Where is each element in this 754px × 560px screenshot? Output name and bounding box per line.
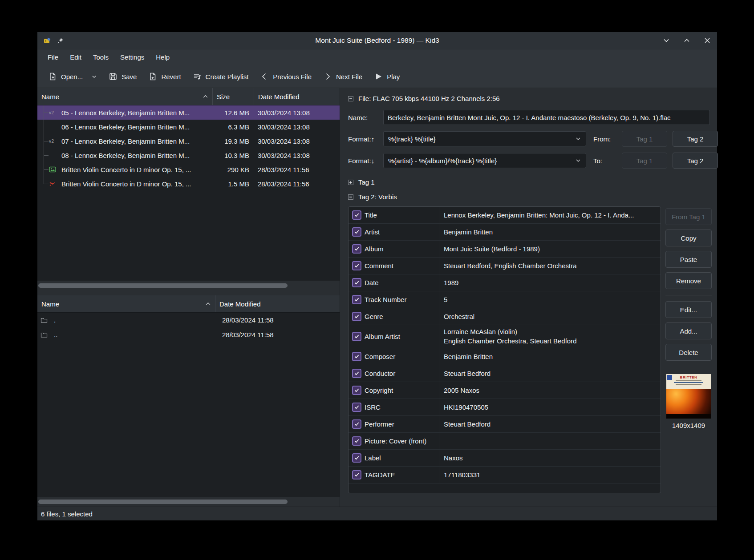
field-checkbox[interactable] xyxy=(352,227,361,237)
open-button[interactable]: Open... xyxy=(44,68,101,85)
field-value[interactable]: Steuart Bedford xyxy=(439,365,661,382)
minimize-icon[interactable] xyxy=(663,37,670,44)
field-row-performer: Performer Steuart Bedford xyxy=(349,416,661,433)
delete-button[interactable]: Delete xyxy=(665,344,712,361)
collapse-icon[interactable] xyxy=(348,96,353,101)
field-checkbox[interactable] xyxy=(352,403,361,412)
revert-button[interactable]: Revert xyxy=(144,68,185,85)
open-dropdown-chevron-icon[interactable] xyxy=(91,74,97,80)
directory-row[interactable]: . 28/03/2024 11:58 xyxy=(37,313,340,327)
collapse-icon[interactable] xyxy=(348,194,353,200)
field-value[interactable]: 1711803331 xyxy=(439,467,661,483)
create-playlist-button[interactable]: Create Playlist xyxy=(188,68,253,85)
field-checkbox[interactable] xyxy=(352,352,361,361)
to-tag2-button[interactable]: Tag 2 xyxy=(673,153,718,169)
field-value[interactable]: 1989 xyxy=(439,274,661,291)
field-value[interactable]: Mont Juic Suite (Bedford - 1989) xyxy=(439,241,661,257)
column-header-date-modified[interactable]: Date Modified xyxy=(254,88,340,105)
field-checkbox[interactable] xyxy=(352,210,361,220)
file-row[interactable]: v2 07 - Lennox Berkeley, Benjamin Britte… xyxy=(37,134,340,148)
save-button[interactable]: Save xyxy=(104,68,141,85)
field-checkbox[interactable] xyxy=(352,312,361,321)
field-row-label: Label Naxos xyxy=(349,450,661,467)
edit-button[interactable]: Edit... xyxy=(665,301,712,318)
file-row[interactable]: v2 05 - Lennox Berkeley, Benjamin Britte… xyxy=(37,105,340,120)
pdf-file-icon xyxy=(49,180,61,187)
copy-button[interactable]: Copy xyxy=(665,230,712,246)
field-value[interactable]: 2005 Naxos xyxy=(439,382,661,399)
paste-button[interactable]: Paste xyxy=(665,251,712,268)
revert-icon xyxy=(148,72,157,81)
expand-icon[interactable] xyxy=(348,180,353,185)
column-header-date-modified[interactable]: Date Modified xyxy=(215,295,340,312)
field-value[interactable]: Lennox Berkeley, Benjamin Britten: Mont … xyxy=(439,207,661,223)
field-value[interactable]: Lorraine McAslan (violin) English Chambe… xyxy=(439,325,661,348)
field-checkbox[interactable] xyxy=(352,386,361,395)
field-checkbox[interactable] xyxy=(352,436,361,446)
menu-tools[interactable]: Tools xyxy=(87,49,114,65)
field-checkbox[interactable] xyxy=(352,278,361,287)
add-button[interactable]: Add... xyxy=(665,322,712,339)
field-value[interactable]: Steuart Bedford, English Chamber Orchest… xyxy=(439,258,661,274)
pin-icon[interactable] xyxy=(57,37,64,44)
horizontal-scrollbar[interactable] xyxy=(38,500,288,504)
tag1-section-title: Tag 1 xyxy=(358,178,375,186)
field-checkbox[interactable] xyxy=(352,295,361,304)
file-row[interactable]: Britten Violin Concerto in D minor Op. 1… xyxy=(37,162,340,177)
tree-branch xyxy=(37,134,49,148)
close-icon[interactable] xyxy=(704,37,711,44)
column-header-name[interactable]: Name xyxy=(37,295,215,312)
menu-file[interactable]: File xyxy=(42,49,64,65)
file-row[interactable]: 08 - Lennox Berkeley, Benjamin Britten M… xyxy=(37,148,340,162)
menu-edit[interactable]: Edit xyxy=(64,49,87,65)
tree-branch xyxy=(37,177,49,191)
file-row[interactable]: Britten Violin Concerto in D minor Op. 1… xyxy=(37,177,340,191)
previous-icon xyxy=(260,72,269,81)
field-checkbox[interactable] xyxy=(352,470,361,479)
field-value[interactable]: Naxos xyxy=(439,450,661,466)
field-checkbox[interactable] xyxy=(352,244,361,254)
previous-file-button[interactable]: Previous File xyxy=(255,68,316,85)
file-row[interactable]: 06 - Lennox Berkeley, Benjamin Britten M… xyxy=(37,120,340,134)
field-checkbox[interactable] xyxy=(352,369,361,378)
app-icon xyxy=(44,36,52,44)
next-file-button[interactable]: Next File xyxy=(319,68,367,85)
tag2-section-title: Tag 2: Vorbis xyxy=(358,193,397,201)
column-header-size[interactable]: Size xyxy=(212,88,254,105)
horizontal-scrollbar[interactable] xyxy=(38,283,288,288)
panel-splitter[interactable] xyxy=(37,290,340,295)
from-tag1-button: From Tag 1 xyxy=(665,208,712,225)
remove-button[interactable]: Remove xyxy=(665,272,712,289)
directory-row[interactable]: .. 28/03/2024 11:58 xyxy=(37,327,340,342)
from-tag1-filename-button: Tag 1 xyxy=(622,131,667,147)
field-row-track-number: Track Number 5 xyxy=(349,291,661,308)
filename-input[interactable]: Berkeley, Benjamin Britten Mont Juic, Op… xyxy=(383,110,710,125)
field-value[interactable]: Steuart Bedford xyxy=(439,416,661,432)
format-to-filename-combobox[interactable]: %{artist} - %{album}/%{track} %{title} xyxy=(383,153,586,168)
previous-file-label: Previous File xyxy=(273,73,312,81)
format-to-filename-label: Format:↓ xyxy=(348,157,383,165)
field-value[interactable]: HKI190470505 xyxy=(439,399,661,415)
field-checkbox[interactable] xyxy=(352,453,361,463)
field-checkbox[interactable] xyxy=(352,419,361,429)
field-value[interactable] xyxy=(439,433,661,449)
field-value[interactable]: Orchestral xyxy=(439,308,661,325)
field-checkbox[interactable] xyxy=(352,261,361,270)
format-from-filename-label: Format:↑ xyxy=(348,135,383,143)
field-value[interactable]: Benjamin Britten xyxy=(439,348,661,365)
button-divider xyxy=(665,295,712,295)
status-bar: 6 files, 1 selected xyxy=(37,507,717,520)
file-list-header: Name Size Date Modified xyxy=(37,88,340,105)
format-from-filename-combobox[interactable]: %{track} %{title} xyxy=(383,131,586,146)
field-row-date: Date 1989 xyxy=(349,274,661,291)
create-playlist-label: Create Playlist xyxy=(206,73,249,81)
menu-settings[interactable]: Settings xyxy=(114,49,150,65)
column-header-name[interactable]: Name xyxy=(37,88,212,105)
field-value[interactable]: Benjamin Britten xyxy=(439,224,661,240)
field-value[interactable]: 5 xyxy=(439,291,661,308)
field-checkbox[interactable] xyxy=(352,332,361,341)
play-button[interactable]: Play xyxy=(369,68,404,85)
menu-help[interactable]: Help xyxy=(150,49,175,65)
maximize-icon[interactable] xyxy=(683,37,690,44)
from-tag2-filename-button[interactable]: Tag 2 xyxy=(673,131,718,147)
